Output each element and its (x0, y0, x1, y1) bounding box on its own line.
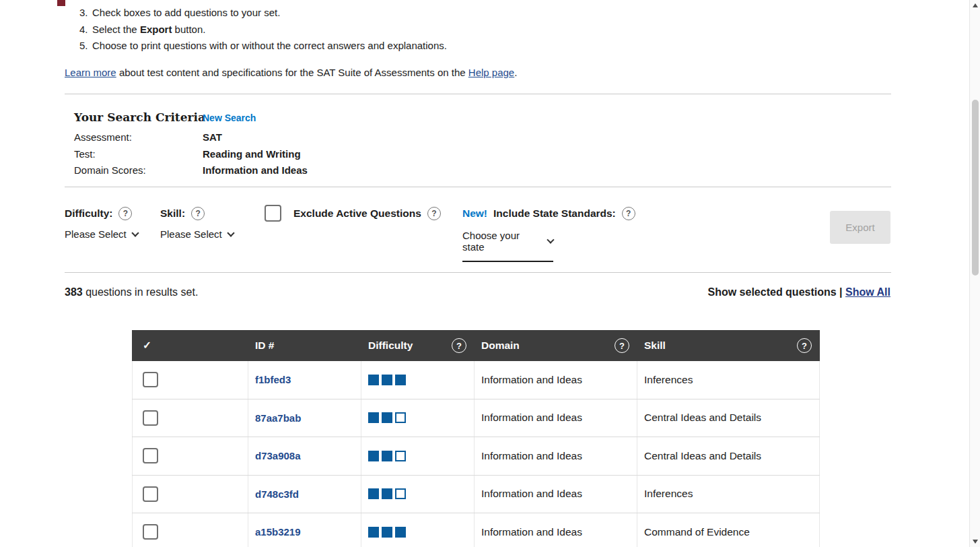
criteria-value: SAT (203, 131, 222, 143)
help-icon[interactable]: ? (452, 338, 466, 353)
state-select[interactable]: Choose your state (462, 230, 553, 262)
chevron-down-icon (547, 236, 554, 243)
show-selected-label: Show selected questions (708, 286, 837, 298)
difficulty-filled-square (382, 412, 392, 423)
difficulty-empty-square (395, 412, 406, 423)
row-checkbox[interactable] (143, 448, 158, 463)
skill-filter-label: Skill: ? (160, 207, 205, 220)
difficulty-indicator (368, 375, 406, 385)
question-id-link[interactable]: f1bfed3 (255, 374, 291, 385)
question-id-link[interactable]: d748c3fd (255, 488, 299, 500)
id-cell: a15b3219 (248, 513, 361, 547)
new-badge: New! (462, 207, 487, 220)
skill-cell: Inferences (637, 476, 820, 513)
question-id-link[interactable]: a15b3219 (255, 526, 301, 538)
domain-cell: Information and Ideas (475, 513, 637, 547)
help-icon[interactable]: ? (118, 207, 132, 220)
results-view-toggle: Show selected questions | Show All (708, 286, 891, 298)
help-icon[interactable]: ? (191, 207, 205, 220)
header-domain: Domain ? (475, 330, 637, 361)
check-cell (132, 513, 248, 547)
criteria-value: Information and Ideas (203, 164, 308, 176)
header-id: ID # (248, 330, 361, 361)
learn-more-paragraph: Learn more about test content and specif… (65, 67, 517, 78)
question-bank-page: 3. Check boxes to add questions to your … (0, 0, 969, 547)
table-row: d73a908a Information and Ideas Central I… (132, 437, 820, 476)
step-number: 5. (79, 38, 92, 55)
new-search-link[interactable]: New Search (203, 112, 256, 123)
difficulty-cell (361, 476, 475, 513)
table-header: ✓ ID # Difficulty ? Domain ? Skill ? (132, 330, 820, 361)
question-id-link[interactable]: d73a908a (255, 450, 301, 461)
check-cell (132, 361, 248, 399)
skill-select[interactable]: Please Select (160, 228, 234, 240)
id-cell: f1bfed3 (248, 361, 361, 399)
divider (65, 187, 891, 187)
difficulty-empty-square (395, 451, 406, 461)
difficulty-filled-square (382, 451, 392, 461)
instruction-step-3: 3. Check boxes to add questions to your … (79, 5, 447, 22)
difficulty-empty-square (395, 488, 406, 499)
results-count: 383 questions in results set. (65, 286, 198, 298)
learn-more-link[interactable]: Learn more (65, 67, 116, 78)
help-icon[interactable]: ? (615, 338, 629, 353)
domain-cell: Information and Ideas (475, 399, 637, 437)
export-button[interactable]: Export (830, 211, 890, 244)
difficulty-select[interactable]: Please Select (65, 228, 138, 240)
check-cell (132, 437, 248, 475)
criteria-label: Test: (74, 148, 203, 160)
step-text: Select the Export button. (92, 22, 205, 38)
table-row: a15b3219 Information and Ideas Command o… (132, 513, 820, 547)
scroll-down-button[interactable] (970, 536, 980, 547)
criteria-row: Domain Scores: Information and Ideas (74, 162, 308, 179)
row-checkbox[interactable] (143, 486, 158, 502)
state-standards-label: New! Include State Standards: ? (462, 207, 635, 220)
vertical-scrollbar[interactable] (969, 0, 980, 547)
difficulty-filled-square (368, 527, 379, 538)
header-skill: Skill ? (637, 330, 820, 361)
difficulty-indicator (368, 527, 406, 538)
difficulty-filled-square (382, 488, 392, 499)
learn-more-text: about test content and specifications fo… (116, 67, 468, 78)
domain-cell: Information and Ideas (475, 361, 637, 399)
instructions-list: 3. Check boxes to add questions to your … (79, 5, 447, 55)
question-id-link[interactable]: 87aa7bab (255, 412, 301, 424)
show-all-link[interactable]: Show All (845, 286, 890, 298)
arrow-up-icon (973, 3, 978, 7)
step-text: Choose to print questions with or withou… (92, 38, 447, 55)
criteria-row: Test: Reading and Writing (74, 146, 308, 162)
chevron-down-icon (227, 229, 234, 236)
help-icon[interactable]: ? (622, 207, 635, 220)
divider (65, 94, 891, 94)
difficulty-cell (361, 437, 475, 475)
exclude-active-label: Exclude Active Questions ? (293, 207, 441, 220)
clipped-scrolled-element (57, 0, 65, 6)
chevron-down-icon (131, 229, 139, 236)
difficulty-indicator (368, 488, 406, 499)
help-page-link[interactable]: Help page (468, 67, 514, 78)
results-count-number: 383 (65, 286, 83, 298)
domain-cell: Information and Ideas (475, 437, 637, 475)
skill-cell: Command of Evidence (637, 513, 820, 547)
difficulty-filled-square (382, 375, 392, 385)
id-cell: d748c3fd (248, 476, 361, 513)
skill-cell: Inferences (637, 361, 820, 399)
scroll-up-button[interactable] (970, 0, 980, 11)
skill-cell: Central Ideas and Details (637, 437, 820, 475)
scrollbar-thumb[interactable] (972, 100, 979, 276)
exclude-active-checkbox[interactable] (265, 205, 281, 222)
step-text: Check boxes to add questions to your set… (92, 5, 280, 22)
row-checkbox[interactable] (143, 410, 158, 426)
checkmark-icon: ✓ (143, 340, 151, 352)
instruction-step-4: 4. Select the Export button. (79, 22, 447, 38)
difficulty-cell (361, 361, 475, 399)
header-check-column: ✓ (132, 330, 248, 361)
instruction-step-5: 5. Choose to print questions with or wit… (79, 38, 447, 55)
row-checkbox[interactable] (143, 524, 158, 540)
row-checkbox[interactable] (143, 372, 158, 387)
skill-cell: Central Ideas and Details (637, 399, 820, 437)
help-icon[interactable]: ? (797, 338, 812, 353)
difficulty-filter-label: Difficulty: ? (65, 207, 132, 220)
table-row: d748c3fd Information and Ideas Inference… (132, 476, 820, 514)
help-icon[interactable]: ? (427, 207, 441, 220)
